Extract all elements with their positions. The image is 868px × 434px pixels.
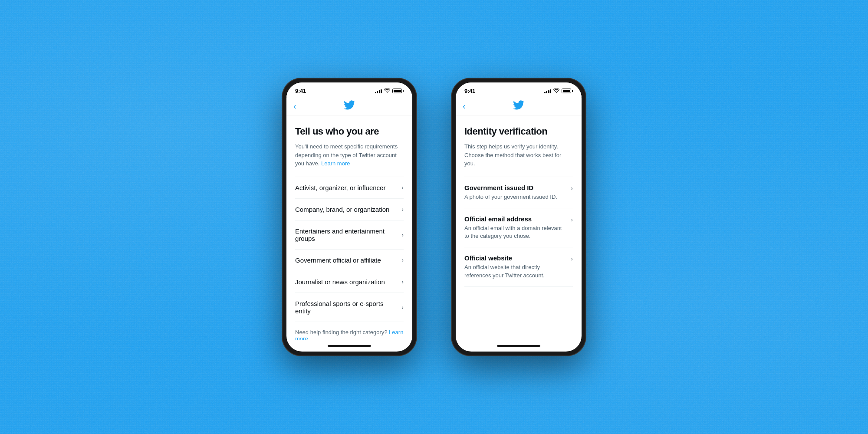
help-text: Need help finding the right category? Le… xyxy=(295,322,404,340)
chevron-right-icon: › xyxy=(571,255,573,262)
battery-icon-1 xyxy=(392,89,404,93)
twitter-logo-1 xyxy=(344,100,355,112)
chevron-right-icon: › xyxy=(401,184,404,191)
category-item-government[interactable]: Government official or affiliate › xyxy=(295,250,404,271)
app-header-2: ‹ xyxy=(456,97,582,115)
phone-2: 9:41 xyxy=(451,78,586,356)
identity-item-gov-id-title: Government issued ID xyxy=(464,184,567,191)
chevron-right-icon: › xyxy=(571,185,573,192)
screen-content-2: Identity verification This step helps us… xyxy=(456,115,582,340)
identity-item-email-title: Official email address xyxy=(464,215,567,223)
identity-item-website[interactable]: Official website An official website tha… xyxy=(464,247,573,286)
category-list: Activist, organizer, or influencer › Com… xyxy=(295,177,404,322)
battery-icon-2 xyxy=(562,89,573,93)
identity-item-website-content: Official website An official website tha… xyxy=(464,254,571,279)
twitter-logo-2 xyxy=(513,100,524,112)
category-item-activist[interactable]: Activist, organizer, or influencer › xyxy=(295,177,404,199)
identity-item-email-desc: An official email with a domain relevant… xyxy=(464,224,567,240)
learn-more-link-1[interactable]: Learn more xyxy=(321,160,350,167)
category-item-sports[interactable]: Professional sports or e-sports entity › xyxy=(295,293,404,322)
chevron-right-icon: › xyxy=(401,206,404,213)
back-button-1[interactable]: ‹ xyxy=(293,101,296,111)
chevron-right-icon: › xyxy=(401,278,404,285)
app-header-1: ‹ xyxy=(286,97,412,115)
category-label-activist: Activist, organizer, or influencer xyxy=(295,184,401,191)
screen-subtitle-2: This step helps us verify your identity.… xyxy=(464,142,573,168)
chevron-right-icon: › xyxy=(401,304,404,311)
status-time-1: 9:41 xyxy=(295,88,306,94)
status-time-2: 9:41 xyxy=(464,88,475,94)
category-label-entertainers: Entertainers and entertainment groups xyxy=(295,227,401,242)
screen-title-1: Tell us who you are xyxy=(295,126,404,137)
category-label-company: Company, brand, or organization xyxy=(295,206,401,213)
home-bar-2 xyxy=(497,345,540,347)
home-bar-1 xyxy=(328,345,371,347)
status-icons-2 xyxy=(544,89,573,93)
wifi-icon-2 xyxy=(553,89,559,93)
home-indicator-1 xyxy=(286,340,412,352)
wifi-icon-1 xyxy=(384,89,390,93)
category-label-journalist: Journalist or news organization xyxy=(295,278,401,286)
identity-item-email[interactable]: Official email address An official email… xyxy=(464,208,573,247)
identity-item-gov-id[interactable]: Government issued ID A photo of your gov… xyxy=(464,177,573,208)
back-button-2[interactable]: ‹ xyxy=(463,101,466,111)
identity-item-website-title: Official website xyxy=(464,254,567,262)
phone-1: 9:41 xyxy=(282,78,417,356)
status-icons-1 xyxy=(375,89,404,93)
category-item-entertainers[interactable]: Entertainers and entertainment groups › xyxy=(295,220,404,250)
screen-title-2: Identity verification xyxy=(464,126,573,137)
category-item-journalist[interactable]: Journalist or news organization › xyxy=(295,271,404,293)
chevron-right-icon: › xyxy=(401,256,404,263)
category-label-government: Government official or affiliate xyxy=(295,256,401,264)
status-bar-1: 9:41 xyxy=(286,82,412,97)
signal-icon-2 xyxy=(544,89,552,93)
identity-item-email-content: Official email address An official email… xyxy=(464,215,571,240)
signal-icon-1 xyxy=(375,89,382,93)
identity-method-list: Government issued ID A photo of your gov… xyxy=(464,177,573,287)
category-label-sports: Professional sports or e-sports entity xyxy=(295,300,401,315)
chevron-right-icon: › xyxy=(401,231,404,238)
screen-subtitle-1: You'll need to meet specific requirement… xyxy=(295,142,404,168)
identity-item-gov-id-desc: A photo of your goverment issued ID. xyxy=(464,193,567,201)
home-indicator-2 xyxy=(456,340,582,352)
identity-item-website-desc: An official website that directly refere… xyxy=(464,263,567,279)
identity-item-gov-id-content: Government issued ID A photo of your gov… xyxy=(464,184,571,201)
status-bar-2: 9:41 xyxy=(456,82,582,97)
screen-content-1: Tell us who you are You'll need to meet … xyxy=(286,115,412,340)
category-item-company[interactable]: Company, brand, or organization › xyxy=(295,199,404,220)
chevron-right-icon: › xyxy=(571,216,573,223)
